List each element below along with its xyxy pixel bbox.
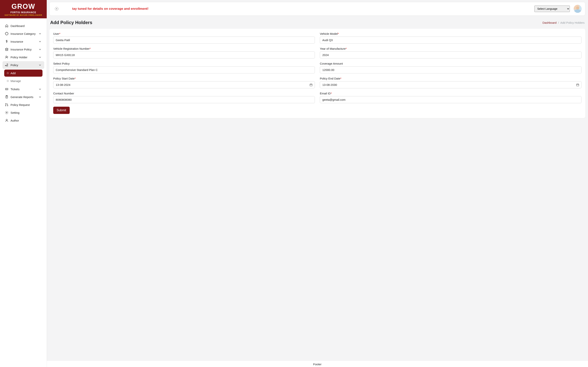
puzzle-icon: [5, 32, 9, 35]
sidebar-item-label: Policy: [10, 63, 18, 67]
footer-text: Footer: [313, 363, 321, 366]
pull-request-icon: [5, 103, 9, 107]
sidebar-item-author[interactable]: Author: [2, 117, 44, 124]
hand-coin-icon: [5, 63, 9, 67]
sidebar-item-label: Insurance Policy: [10, 48, 32, 51]
sidebar-nav: Dashboard Insurance Category Insurance I…: [0, 18, 47, 128]
sidebar-item-insurance-category[interactable]: Insurance Category: [2, 30, 44, 37]
sidebar-item-label: Author: [10, 119, 19, 122]
sidebar-item-insurance-policy[interactable]: Insurance Policy: [2, 45, 44, 53]
field-email: Email ID*: [320, 92, 581, 103]
label-vehicle-reg: Vehicle Registration Number*: [53, 47, 315, 50]
input-vehicle-reg[interactable]: [53, 51, 315, 58]
user-plus-icon: [5, 55, 9, 59]
topbar: tay tuned for details on coverage and en…: [49, 2, 585, 16]
label-vehicle-model: Vehicle Model*: [320, 32, 581, 35]
sidebar-item-label: Policy Request: [10, 103, 30, 107]
input-user[interactable]: [53, 36, 315, 44]
sidebar-item-insurance[interactable]: Insurance: [2, 38, 44, 45]
page-header: Add Policy Holders Dashboard / Add Polic…: [47, 16, 588, 27]
input-email[interactable]: [320, 96, 581, 103]
sidebar-subitem-label: Add: [10, 72, 16, 75]
brand-block: GROW FORTIS INSURANCE SOFTWARE BY MAYURI…: [0, 0, 47, 18]
field-year: Year of Manufacture*: [320, 47, 581, 58]
label-user: User*: [53, 32, 315, 35]
form-card: User* Vehicle Model* Vehicle Registratio…: [49, 29, 585, 118]
sidebar-subitem-label: Manage: [10, 79, 21, 83]
field-vehicle-model: Vehicle Model*: [320, 32, 581, 44]
page-title: Add Policy Holders: [50, 20, 92, 25]
notice-text: tay tuned for details on coverage and en…: [72, 7, 148, 10]
svg-point-7: [6, 119, 8, 120]
sidebar-subitem-add[interactable]: Add: [4, 70, 43, 77]
field-contact: Contact Number: [53, 92, 315, 103]
sidebar-item-tickets[interactable]: Tickets: [2, 85, 44, 93]
label-year: Year of Manufacture*: [320, 47, 581, 50]
bullet-icon: [7, 80, 9, 82]
chevron-down-icon: [38, 55, 42, 59]
chevron-down-icon: [38, 63, 42, 67]
field-coverage: Coverage Amount: [320, 62, 581, 73]
bullet-icon: [7, 72, 9, 74]
bank-icon: [5, 47, 9, 51]
ticket-icon: [5, 87, 9, 91]
dollar-icon: [5, 40, 9, 43]
svg-point-5: [7, 105, 8, 106]
breadcrumb-current: Add Policy Holders: [560, 21, 585, 24]
main-area: tay tuned for details on coverage and en…: [47, 0, 588, 367]
input-end-date[interactable]: [320, 81, 581, 88]
home-icon: [5, 24, 9, 28]
label-coverage: Coverage Amount: [320, 62, 581, 65]
input-start-date[interactable]: [53, 81, 315, 88]
sidebar-item-dashboard[interactable]: Dashboard: [2, 22, 44, 30]
chevron-down-icon: [38, 32, 42, 35]
sidebar-item-generate-reports[interactable]: Generate Reports: [2, 93, 44, 101]
sidebar-item-setting[interactable]: Setting: [2, 109, 44, 117]
label-end-date: Policy End Date*: [320, 77, 581, 80]
sidebar-item-label: Insurance Category: [10, 32, 36, 35]
field-vehicle-reg: Vehicle Registration Number*: [53, 47, 315, 58]
sidebar-item-label: Tickets: [10, 88, 19, 91]
language-select[interactable]: Select Language: [534, 6, 570, 12]
svg-point-4: [5, 105, 6, 106]
sidebar-item-label: Policy Holder: [10, 56, 27, 59]
brand-subtitle-2: SOFTWARE BY MAYURI FREELANCER: [3, 14, 43, 16]
sidebar-item-policy-holder[interactable]: Policy Holder: [2, 53, 44, 61]
label-contact: Contact Number: [53, 92, 315, 95]
sidebar-item-label: Setting: [10, 111, 19, 114]
svg-point-1: [7, 64, 8, 65]
chevron-down-icon: [38, 95, 42, 99]
sidebar-item-label: Generate Reports: [10, 95, 33, 99]
svg-point-6: [6, 112, 7, 113]
breadcrumb-sep: /: [557, 21, 560, 24]
field-end-date: Policy End Date*: [320, 77, 581, 88]
input-year[interactable]: [320, 51, 581, 58]
breadcrumb-root-link[interactable]: Dashboard: [543, 21, 556, 24]
chevron-down-icon: [38, 87, 42, 91]
svg-point-3: [5, 103, 6, 104]
sidebar: GROW FORTIS INSURANCE SOFTWARE BY MAYURI…: [0, 0, 47, 367]
breadcrumb: Dashboard / Add Policy Holders: [543, 21, 585, 24]
gear-icon: [5, 111, 9, 115]
footer: Footer: [47, 360, 588, 367]
label-start-date: Policy Start Date*: [53, 77, 315, 80]
notice-marquee: tay tuned for details on coverage and en…: [72, 7, 531, 11]
input-select-policy[interactable]: [53, 66, 315, 73]
sidebar-subitem-manage[interactable]: Manage: [4, 77, 43, 84]
sidebar-item-label: Dashboard: [10, 24, 25, 27]
input-contact[interactable]: [53, 96, 315, 103]
sidebar-item-policy-request[interactable]: Policy Request: [2, 101, 44, 108]
brand-subtitle-1: FORTIS INSURANCE: [3, 11, 43, 14]
user-icon: [5, 118, 9, 122]
field-user: User*: [53, 32, 315, 44]
input-coverage[interactable]: [320, 66, 581, 73]
avatar[interactable]: [574, 5, 582, 13]
label-select-policy: Select Policy: [53, 62, 315, 65]
submit-button[interactable]: Submit: [53, 107, 70, 114]
sidebar-item-policy[interactable]: Policy: [2, 61, 44, 69]
input-vehicle-model[interactable]: [320, 36, 581, 44]
sidebar-item-label: Insurance: [10, 40, 23, 43]
brand-logo-text: GROW: [3, 3, 43, 10]
field-select-policy: Select Policy: [53, 62, 315, 73]
chevron-down-icon: [38, 40, 42, 43]
